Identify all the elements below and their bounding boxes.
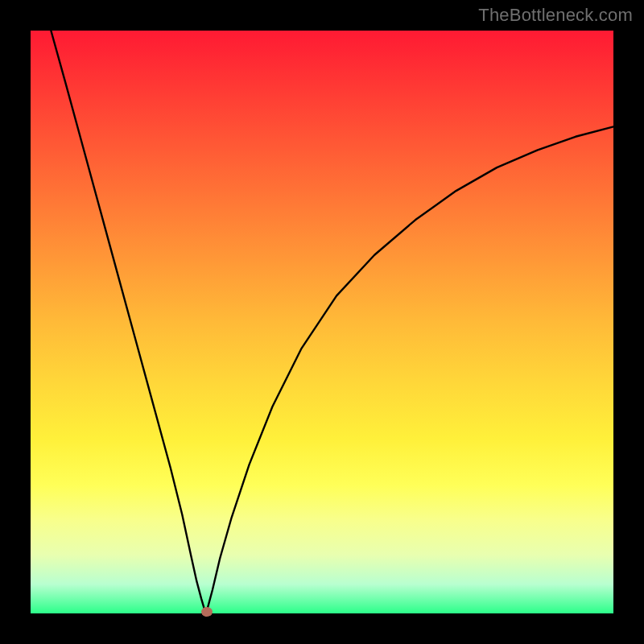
plot-area bbox=[31, 31, 613, 613]
chart-frame: TheBottleneck.com bbox=[0, 0, 644, 644]
minimum-marker bbox=[201, 607, 213, 617]
watermark-text: TheBottleneck.com bbox=[478, 5, 633, 26]
bottleneck-curve bbox=[31, 31, 613, 613]
